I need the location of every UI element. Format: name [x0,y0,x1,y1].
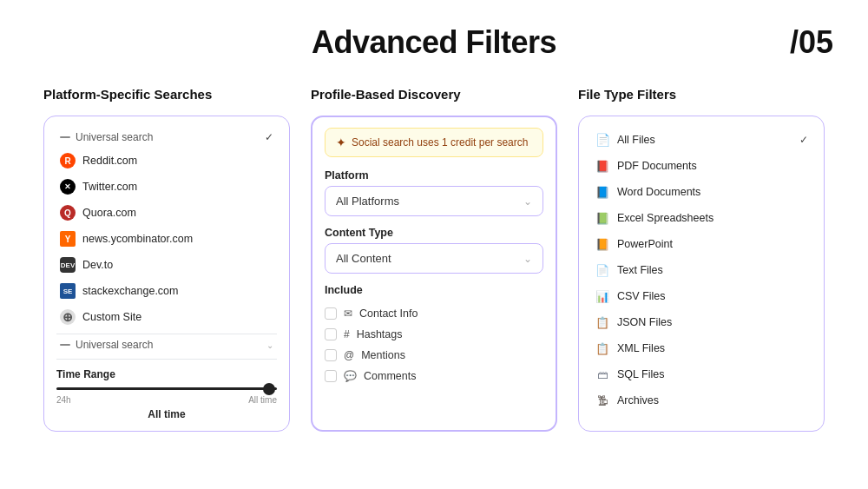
universal-dropdown-label: Universal search [76,339,153,351]
list-item[interactable]: 📋 XML Files [591,335,812,361]
file-list: 📄 All Files ✓ 📕 PDF Documents 📘 Word Doc… [591,127,812,413]
xml-label: XML Files [617,342,665,354]
list-item[interactable]: ⊕ Custom Site [56,304,277,330]
all-files-icon: 📄 [595,132,610,148]
all-files-label: All Files [617,134,655,146]
excel-icon: 📗 [595,210,610,226]
list-item[interactable]: 🗃 SQL Files [591,361,812,387]
se-icon: SE [60,283,76,299]
custom-label: Custom Site [82,311,141,323]
list-item[interactable]: SE stackexchange.com [56,278,277,304]
page-number: /05 [790,24,833,61]
list-item[interactable]: R Reddit.com [56,148,277,174]
column2-title: Profile-Based Discovery [311,87,557,102]
notice-box: ✦ Social search uses 1 credit per search [325,128,543,157]
xml-icon: 📋 [595,340,610,356]
checkbox-comments-box[interactable] [325,370,337,382]
hn-icon: Y [60,231,76,247]
slider-track[interactable] [56,387,277,390]
se-label: stackexchange.com [82,285,178,297]
universal-search-label: Universal search [76,131,153,143]
twitter-label: Twitter.com [82,181,137,193]
platform-select[interactable]: All Platforms ⌄ [325,186,543,216]
list-item[interactable]: DEV Dev.to [56,252,277,278]
list-item[interactable]: 📄 Text Files [591,257,812,283]
profile-card: ✦ Social search uses 1 credit per search… [311,116,557,432]
pdf-label: PDF Documents [617,160,697,172]
list-item[interactable]: 📗 Excel Spreadsheets [591,205,812,231]
column-profile: Profile-Based Discovery ✦ Social search … [311,87,557,432]
time-range-section: Time Range 24h All time All time [56,359,277,420]
json-label: JSON Files [617,316,672,328]
universal-search-top[interactable]: Universal search ✓ [56,127,277,148]
checkbox-hashtags-box[interactable] [325,328,337,340]
time-labels: 24h All time [56,395,277,405]
excel-label: Excel Spreadsheets [617,212,713,224]
list-item[interactable]: 📋 JSON Files [591,309,812,335]
twitter-icon: ✕ [60,179,76,195]
word-label: Word Documents [617,186,700,198]
checkbox-contact[interactable]: ✉ Contact Info [325,303,543,324]
list-item[interactable]: 📙 PowerPoint [591,231,812,257]
content-type-value: All Content [336,252,391,265]
txt-icon: 📄 [595,262,610,278]
column3-title: File Type Filters [578,87,825,102]
at-icon: @ [344,349,354,361]
devto-icon: DEV [60,257,76,273]
ppt-icon: 📙 [595,236,610,252]
content-type-label: Content Type [325,227,543,239]
include-section: Include ✉ Contact Info # Hashtags @ [325,284,543,387]
comment-icon: 💬 [344,370,357,382]
time-max-label: All time [248,395,277,405]
quora-icon: Q [60,205,76,221]
list-item[interactable]: 📊 CSV Files [591,283,812,309]
checkbox-hashtags[interactable]: # Hashtags [325,324,543,345]
list-item[interactable]: Q Quora.com [56,200,277,226]
checkbox-comments[interactable]: 💬 Comments [325,366,543,387]
platform-field-label: Platform [325,169,543,182]
list-item[interactable]: 📄 All Files ✓ [591,127,812,153]
page-title: Advanced Filters [312,24,556,61]
platform-list: Universal search ✓ R Reddit.com ✕ Twitte… [56,127,277,355]
json-icon: 📋 [595,314,610,330]
custom-icon: ⊕ [60,309,76,325]
platform-card: Universal search ✓ R Reddit.com ✕ Twitte… [43,116,290,432]
reddit-icon: R [60,153,76,169]
checkbox-mentions-box[interactable] [325,349,337,361]
time-range-label: Time Range [56,368,277,380]
platform-select-value: All Platforms [336,195,399,208]
mentions-label: Mentions [361,349,405,361]
column-filetype: File Type Filters 📄 All Files ✓ 📕 PDF Do… [578,87,825,432]
content-select-arrow-icon: ⌄ [523,253,532,265]
list-item[interactable]: Y news.ycombinator.com [56,226,277,252]
archive-icon: 🗜 [595,393,610,408]
page: Advanced Filters /05 Platform-Specific S… [0,0,868,489]
header: Advanced Filters /05 [0,0,868,69]
list-item[interactable]: 📘 Word Documents [591,179,812,205]
sparkle-icon: ✦ [336,135,346,149]
checkbox-contact-box[interactable] [325,307,337,320]
filetype-card: 📄 All Files ✓ 📕 PDF Documents 📘 Word Doc… [578,116,825,432]
check-mark: ✓ [265,131,273,143]
word-icon: 📘 [595,184,610,200]
hash-icon: # [344,328,350,340]
column-platform: Platform-Specific Searches Universal sea… [43,87,290,432]
select-arrow-icon: ⌄ [523,195,532,208]
hn-label: news.ycombinator.com [82,233,193,245]
ppt-label: PowerPoint [617,238,673,250]
list-item[interactable]: 📕 PDF Documents [591,153,812,179]
pdf-icon: 📕 [595,158,610,174]
dropdown-arrow-icon: ⌄ [266,340,273,350]
csv-label: CSV Files [617,290,666,302]
list-item[interactable]: 🗜 Archives [591,387,812,413]
column1-title: Platform-Specific Searches [43,87,290,102]
comments-label: Comments [364,370,416,382]
divider-line-icon [60,136,70,138]
slider-thumb[interactable] [263,383,275,395]
envelope-icon: ✉ [344,307,352,320]
checkbox-mentions[interactable]: @ Mentions [325,345,543,366]
content-type-select[interactable]: All Content ⌄ [325,243,543,274]
contact-label: Contact Info [359,307,418,320]
universal-search-dropdown[interactable]: Universal search ⌄ [56,334,277,355]
list-item[interactable]: ✕ Twitter.com [56,174,277,200]
